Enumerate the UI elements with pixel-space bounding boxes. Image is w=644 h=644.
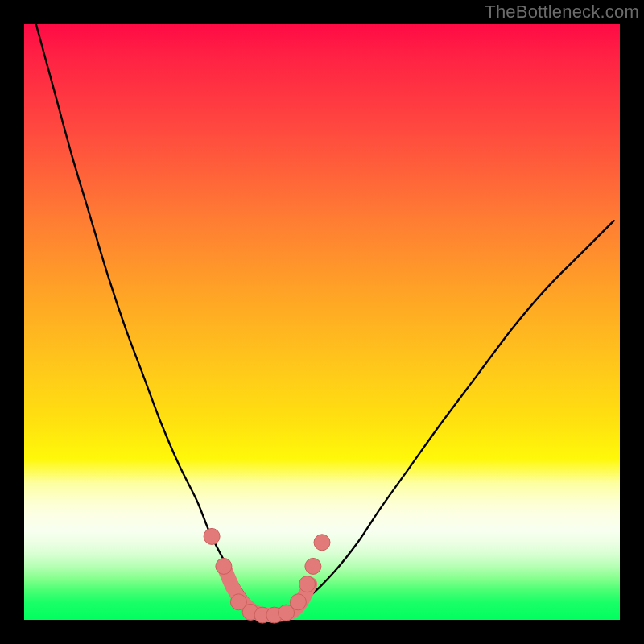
plot-area	[24, 24, 620, 620]
chart-frame: TheBottleneck.com	[0, 0, 644, 644]
curve-dot	[314, 535, 330, 551]
curve-dot	[290, 594, 306, 610]
watermark-text: TheBottleneck.com	[485, 2, 639, 23]
curve-dot	[204, 528, 220, 544]
curve-dot	[216, 558, 232, 574]
curve-path	[36, 24, 614, 614]
curve-dot	[299, 576, 316, 592]
bottleneck-curve	[24, 24, 620, 620]
curve-dot	[305, 558, 321, 574]
